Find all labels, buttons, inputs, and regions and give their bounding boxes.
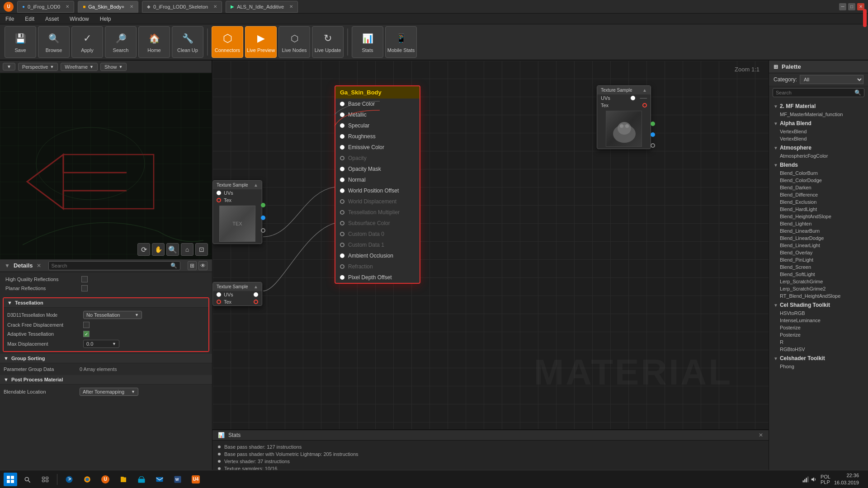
tex-node-2-tex-output-pin[interactable] [254,300,258,304]
lerp-scratchgrime-item[interactable]: Lerp_ScratchGrime [769,278,868,285]
tex-node-1-green-pin[interactable] [261,203,265,207]
wireframe-button[interactable]: Wireframe ▼ [61,63,98,71]
details-grid-view-button[interactable]: ⊞ [188,261,197,270]
atmosphere-header[interactable]: ▼ Atmosphere [769,143,868,152]
apply-button[interactable]: ✓ Apply [71,26,103,58]
tex-3-gray-pin[interactable] [651,143,655,148]
menu-window[interactable]: Window [68,16,91,22]
crack-free-checkbox[interactable] [83,322,90,328]
search-taskbar-button[interactable] [19,471,35,488]
roughness-pin[interactable] [340,134,344,139]
firefox-button[interactable] [79,471,95,488]
save-button[interactable]: 💾 Save [5,26,36,58]
nav-zoom-button[interactable]: 🔍 [166,243,179,256]
tex-3-green-pin[interactable] [651,122,655,126]
blend-heightandslope-item[interactable]: Blend_HeightAndSlope [769,213,868,220]
nav-rotate-button[interactable]: ⟳ [137,243,150,256]
custom-data-1-pin[interactable] [340,243,344,247]
task-view-button[interactable] [37,471,53,488]
viewport-mode-button[interactable]: ▼ [3,63,15,70]
celshader-header[interactable]: ▼ Celshader Toolkit [769,354,868,363]
ue4-taskbar-button[interactable]: U [97,471,113,488]
hsvtorgb-item[interactable]: HSVtoRGB [769,310,868,317]
refraction-pin[interactable] [340,264,344,269]
world-pos-offset-pin[interactable] [340,188,344,193]
nav-fit-button[interactable]: ⊡ [195,243,208,256]
metallic-pin[interactable] [340,113,344,117]
tab-3[interactable]: ▶ ALS_N_Idle_Additive ✕ [226,1,298,13]
search-button[interactable]: 🔎 Search [105,26,137,58]
tex-3-blue-pin[interactable] [651,132,655,137]
tex-node-2-collapse[interactable]: ▲ [254,284,258,289]
r-item[interactable]: R [769,338,868,346]
intense-luminance-item[interactable]: IntenseLuminance [769,317,868,324]
tab-close-2[interactable]: ✕ [213,4,217,9]
details-search-input[interactable] [52,263,169,268]
posterize-item-1[interactable]: Posterize [769,324,868,331]
viewport-canvas[interactable]: ▼ ⟳ ✋ 🔍 ⌂ ⊡ [0,73,212,259]
max-displacement-input[interactable]: 0.0 ▼ [83,340,119,348]
opacity-mask-pin[interactable] [340,167,344,171]
blend-lineardodge-item[interactable]: Blend_LinearDodge [769,235,868,242]
blends-header[interactable]: ▼ Blends [769,160,868,169]
blend-hardlight-item[interactable]: Blend_HardLight [769,206,868,213]
live-update-button[interactable]: ↻ Live Update [312,26,344,58]
mail-button[interactable] [151,471,168,488]
adaptive-tessellation-checkbox[interactable]: ✓ [83,331,90,337]
word-button[interactable]: W [170,471,186,488]
blend-screen-item[interactable]: Blend_Screen [769,263,868,271]
alpha-blend-header[interactable]: ▼ Alpha Blend [769,119,868,128]
perspective-button[interactable]: Perspective ▼ [18,63,58,71]
menu-file[interactable]: File [4,16,16,22]
stats-button[interactable]: 📊 Stats [352,26,383,58]
cel-shading-header[interactable]: ▼ Cel Shading Toolkit [769,300,868,310]
tab-0[interactable]: ● 0_iFrog_LOD0 ✕ [17,1,74,13]
tex-node-1-uvs-pin[interactable] [217,191,221,195]
ue4-main-button[interactable]: U4 [188,471,204,488]
tex-node-3-uvs-pin[interactable] [631,96,635,100]
menu-edit[interactable]: Edit [23,16,36,22]
tex-node-1-collapse[interactable]: ▲ [254,183,258,188]
world-displacement-pin[interactable] [340,199,344,204]
phong-item[interactable]: Phong [769,363,868,370]
blend-colordodge-item[interactable]: Blend_ColorDodge [769,177,868,184]
blend-linearburn-item[interactable]: Blend_LinearBurn [769,227,868,235]
tessellation-multiplier-pin[interactable] [340,210,344,215]
blend-pinlight-item[interactable]: Blend_PinLight [769,256,868,263]
specular-pin[interactable] [340,123,344,128]
blend-linearlight-item[interactable]: Blend_LinearLight [769,242,868,249]
opacity-pin[interactable] [340,156,344,160]
planar-reflections-checkbox[interactable] [81,285,88,291]
post-process-header[interactable]: ▼ Post Process Material [0,375,212,385]
tessellation-mode-dropdown[interactable]: No Tessellation ▼ [83,311,142,319]
menu-asset[interactable]: Asset [43,16,61,22]
details-close-icon[interactable]: ✕ [37,263,41,269]
high-quality-reflections-checkbox[interactable] [81,276,88,282]
material-canvas[interactable]: MATERIAL Zoom 1:1 Texture Sample ▲ UVs T… [212,61,769,429]
menu-help[interactable]: Help [98,16,113,22]
edge-button[interactable] [61,471,77,488]
rgbtohsv-item[interactable]: RGBtoHSV [769,346,868,353]
stats-close-icon[interactable]: ✕ [759,432,763,438]
tex-node-1-tex-pin[interactable] [217,198,221,202]
vertex-blend-item-2[interactable]: VertexBlend [769,135,868,142]
tex-node-3-collapse[interactable]: ▲ [642,88,647,93]
lerp-scratchgrime2-item[interactable]: Lerp_ScratchGrime2 [769,285,868,292]
tex-node-3-tex-pin[interactable] [642,103,647,108]
tex-node-1-blue-pin[interactable] [261,216,265,220]
cleanup-button[interactable]: 🔧 Clean Up [172,26,203,58]
mf-master-material-item[interactable]: MF_MasterMaterial_function [769,111,868,118]
blend-lighten-item[interactable]: Blend_Lighten [769,220,868,227]
ambient-occlusion-pin[interactable] [340,253,344,258]
pixel-depth-offset-pin[interactable] [340,275,344,280]
blend-darken-item[interactable]: Blend_Darken [769,184,868,191]
blend-overlay-item[interactable]: Blend_Overlay [769,249,868,256]
palette-category-select[interactable]: All [800,75,863,84]
blend-difference-item[interactable]: Blend_Difference [769,191,868,198]
atmospheric-fog-item[interactable]: AtmosphericFogColor [769,152,868,160]
maximize-button[interactable]: □ [848,3,855,10]
store-button[interactable] [133,471,150,488]
files-button[interactable] [115,471,132,488]
details-collapse-icon[interactable]: ▼ [5,263,10,269]
nav-reset-button[interactable]: ⌂ [181,243,193,256]
